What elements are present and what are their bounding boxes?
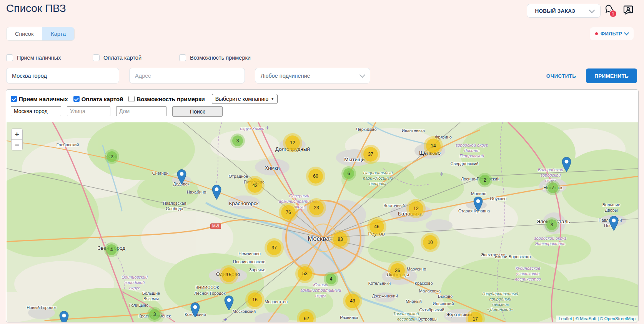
map-search-button[interactable]: Поиск <box>172 106 223 117</box>
filter-toggle[interactable]: ФИЛЬТР <box>590 27 634 40</box>
cluster-marker[interactable]: 62 <box>299 311 314 322</box>
cluster-marker[interactable]: 7 <box>547 182 558 193</box>
pvz-pin-marker[interactable] <box>224 296 234 311</box>
checkbox-box[interactable] <box>73 96 80 102</box>
map-checkbox-cash[interactable]: Прием наличных <box>11 96 68 102</box>
checkbox-box[interactable] <box>6 54 13 61</box>
cluster-marker[interactable]: 3 <box>149 309 160 320</box>
cluster-marker[interactable]: 12 <box>285 135 300 150</box>
map-place-label: городской округ Электросталь <box>534 236 566 247</box>
pin-icon <box>224 296 234 311</box>
cluster-marker[interactable]: 43 <box>248 178 262 193</box>
address-input[interactable]: Адрес <box>129 68 245 84</box>
cluster-marker[interactable]: 37 <box>267 240 281 255</box>
notifications-button[interactable]: 1 <box>604 4 617 18</box>
cluster-marker[interactable]: 2 <box>479 175 490 185</box>
map[interactable]: ГлебовскийИстраокруг ХимкиЧеркизовоИвант… <box>7 122 638 322</box>
cluster-marker[interactable]: 60 <box>308 169 323 184</box>
zoom-out-button[interactable]: − <box>12 139 22 150</box>
cluster-marker[interactable]: 16 <box>248 292 262 307</box>
pin-icon <box>177 169 186 184</box>
cluster-marker[interactable]: 4 <box>326 274 336 284</box>
map-place-label: Октябрьский <box>419 307 444 313</box>
pvz-pin-marker[interactable] <box>562 157 571 172</box>
pvz-pin-marker[interactable] <box>212 185 221 200</box>
map-panel-inputs: Москва город Улица Дом Поиск <box>11 106 223 117</box>
cluster-marker[interactable]: 12 <box>409 201 423 216</box>
new-order-dropdown-arrow[interactable] <box>583 4 600 17</box>
measoft-link[interactable]: © MeaSoft <box>576 316 597 321</box>
cluster-marker[interactable]: 3 <box>546 219 557 230</box>
checkbox-fitting[interactable]: Возможность примерки <box>179 54 251 61</box>
cluster-marker[interactable]: 37 <box>363 147 378 162</box>
company-select[interactable]: Выберите компанию ▼ <box>212 94 278 104</box>
tab-list[interactable]: Список <box>7 27 42 40</box>
cluster-marker[interactable]: 36 <box>390 263 405 278</box>
map-place-label: Быково <box>438 294 453 299</box>
map-place-label: Обухово <box>490 196 506 202</box>
cluster-marker[interactable]: 15 <box>221 267 236 282</box>
cluster-marker[interactable]: 3 <box>232 135 243 146</box>
map-place-label: Мосрентген <box>265 299 288 305</box>
cluster-marker[interactable]: 10 <box>423 235 438 250</box>
pvz-pin-marker[interactable] <box>190 302 200 317</box>
chevron-down-icon <box>624 30 629 35</box>
cluster-marker[interactable]: 46 <box>369 219 384 234</box>
map-checkbox-fitting[interactable]: Возможность примерки <box>128 96 205 102</box>
zoom-in-button[interactable]: + <box>12 129 22 139</box>
cluster-marker[interactable]: 23 <box>309 200 324 215</box>
cluster-marker[interactable]: 17 <box>468 312 483 322</box>
map-canvas: ГлебовскийИстраокруг ХимкиЧеркизовоИвант… <box>7 122 638 322</box>
checkbox-box[interactable] <box>179 54 186 61</box>
user-icon <box>623 4 634 15</box>
cluster-marker[interactable]: 83 <box>333 232 348 247</box>
map-place-label: Москва <box>308 235 329 243</box>
cluster-marker[interactable]: 2 <box>107 151 117 162</box>
apply-button[interactable]: ПРИМЕНИТЬ <box>586 68 637 83</box>
map-place-label: Ивантеевка <box>402 128 425 134</box>
map-place-label: Черкизово <box>356 127 376 132</box>
cluster-marker[interactable]: 6 <box>343 168 354 179</box>
checkbox-box[interactable] <box>93 54 100 61</box>
map-place-label: Голицыно <box>129 303 148 308</box>
map-house-placeholder: Дом <box>119 108 130 114</box>
city-input[interactable]: Москва город <box>6 68 119 84</box>
checkbox-box[interactable] <box>11 96 17 102</box>
cluster-marker[interactable]: 4 <box>106 244 117 255</box>
subordination-select[interactable]: Любое подчинение <box>255 68 370 84</box>
map-zoom-control: + − <box>11 129 23 150</box>
clear-button[interactable]: ОЧИСТИТЬ <box>546 73 576 79</box>
osm-link[interactable]: © OpenStreetMap <box>600 316 636 321</box>
cluster-marker[interactable]: 49 <box>345 294 360 308</box>
pvz-pin-marker[interactable] <box>59 311 69 322</box>
pvz-pin-marker[interactable] <box>473 197 483 212</box>
leaflet-link[interactable]: Leaflet <box>559 316 572 321</box>
tab-map[interactable]: Карта <box>42 27 74 40</box>
map-city-value: Москва город <box>14 108 48 114</box>
map-place-label: Национальный парк «Лосиный остров» <box>363 170 393 186</box>
map-place-label: Богородский городской округ <box>538 167 563 183</box>
map-street-input[interactable]: Улица <box>67 106 110 116</box>
view-tabs: Список Карта <box>6 27 75 41</box>
attribution-separator: | <box>573 316 574 321</box>
city-value: Москва город <box>12 73 47 79</box>
cluster-marker[interactable]: 14 <box>426 139 441 153</box>
map-city-input[interactable]: Москва город <box>11 106 61 116</box>
checkbox-card[interactable]: Оплата картой <box>93 54 179 61</box>
map-place-label: Восточный <box>383 203 405 209</box>
map-place-label: Малаховка <box>419 289 441 294</box>
checkbox-cash[interactable]: Прием наличных <box>6 54 93 61</box>
pvz-pin-marker[interactable] <box>177 169 186 184</box>
map-checkbox-card[interactable]: Оплата картой <box>73 96 123 102</box>
map-place-label: Московский <box>233 309 256 314</box>
checkbox-label: Прием наличных <box>19 96 68 102</box>
checkbox-box[interactable] <box>128 96 135 102</box>
pvz-pin-marker[interactable] <box>609 216 619 231</box>
account-button[interactable] <box>623 4 634 16</box>
cluster-marker[interactable]: 76 <box>281 205 296 220</box>
checkbox-label: Прием наличных <box>17 55 61 61</box>
cluster-marker[interactable]: 53 <box>298 266 312 281</box>
company-select-value: Выберите компанию <box>215 96 268 102</box>
new-order-button[interactable]: НОВЫЙ ЗАКАЗ <box>527 4 583 17</box>
map-house-input[interactable]: Дом <box>116 106 166 116</box>
